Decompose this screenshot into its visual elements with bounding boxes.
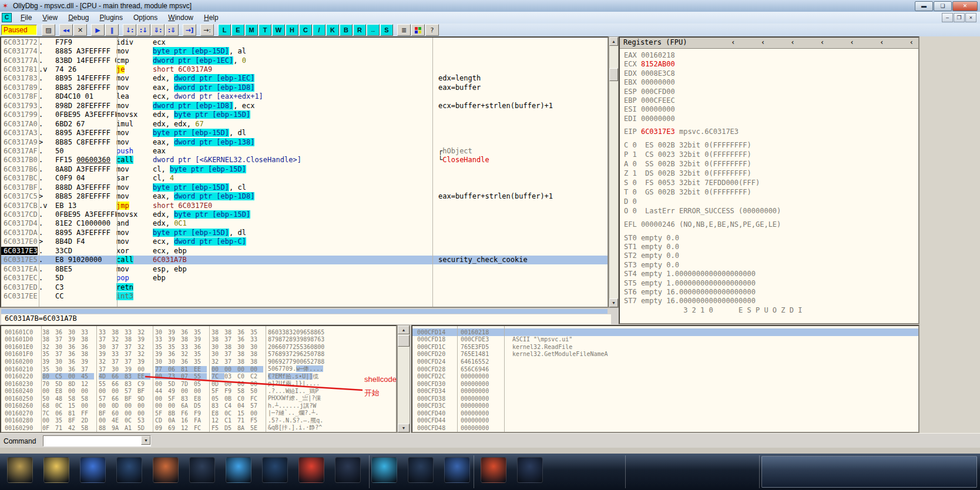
stack-pane[interactable]: 000CFD1400160218000CFD18000CFDE3ASCII "\… xyxy=(411,325,919,433)
dump-row[interactable]: 001601E032303636303737323535333630383030… xyxy=(1,343,396,351)
disasm-row[interactable]: 6C0317E3.33CDxorecx, ebp xyxy=(1,246,608,255)
disasm-row[interactable]: 6C0317EECCint3 xyxy=(1,291,608,300)
dump-row[interactable]: 0016028000358F2D004E0C53CD0A16FA12C171F5… xyxy=(1,417,396,425)
flag-row[interactable]: Z 1 DS 002B 32bit 0(FFFFFFFF) xyxy=(620,169,918,179)
register-row[interactable]: ECX 8152AB00 xyxy=(620,60,918,69)
toolbar-letter-button-H[interactable]: H xyxy=(286,24,298,36)
taskbar-icon[interactable] xyxy=(371,457,397,483)
stack-row[interactable]: 000CFD3C00000000 xyxy=(412,402,918,410)
run-icon[interactable]: ▶ xyxy=(91,24,105,36)
execute-till-return-icon[interactable]: →] xyxy=(183,24,196,36)
register-row[interactable]: EDI 00000000 xyxy=(620,115,918,123)
eflags-row[interactable]: EFL 00000246 (NO,NB,E,BE,NS,PE,GE,LE) xyxy=(620,220,918,229)
register-row[interactable]: EAX 00160218 xyxy=(620,51,918,60)
disasm-row[interactable]: 6C0317A9>8B85 C8FEFFFFmoveax, dword ptr … xyxy=(1,137,608,146)
register-row-eip[interactable]: EIP 6C0317E3 mpsvc.6C0317E3 xyxy=(620,127,918,136)
disasm-row[interactable]: 6C031774.8885 A3FEFFFFmovbyte ptr [ebp-1… xyxy=(1,46,608,55)
disasm-row[interactable]: 6C03178F.8D4C10 01leaecx, dword ptr [eax… xyxy=(1,92,608,101)
dump-row[interactable]: 00160250504858585766BF9D005F83E8050BC0FC… xyxy=(1,395,396,402)
toolbar-letter-button-dotdotdot[interactable]: ... xyxy=(367,24,380,36)
mdi-close-button[interactable]: × xyxy=(965,13,976,22)
dump-row[interactable]: 0016020039303639323737393030363532373838… xyxy=(1,358,396,365)
disasm-row[interactable]: 6C0317EA.8BE5movesp, ebp xyxy=(1,264,608,273)
register-row[interactable]: EBP 000CFEEC xyxy=(620,96,918,105)
toolbar-letter-button-W[interactable]: W xyxy=(272,24,285,36)
taskbar-icon[interactable] xyxy=(517,457,543,483)
disasm-row[interactable]: 6C031781.v74 26jeshort 6C0317A9 xyxy=(1,65,608,73)
disasm-row[interactable]: 6C0317ED.C3retn xyxy=(1,283,608,291)
disasm-scrollbar[interactable]: ▲ ▼ xyxy=(609,36,619,308)
toolbar-letter-button-T[interactable]: T xyxy=(259,24,271,36)
taskbar-icon[interactable] xyxy=(444,457,470,483)
fpu-register-row[interactable]: ST2 empty 0.0 xyxy=(620,251,918,260)
go-to-icon[interactable]: →: xyxy=(200,24,214,36)
stack-row[interactable]: 000CFD18000CFDE3ASCII "\mpsvc.ui" xyxy=(412,336,918,344)
stack-row[interactable]: 000CFD1400160218 xyxy=(412,328,918,336)
disasm-row[interactable]: 6C0317E0>8B4D F4movecx, dword ptr [ebp-C… xyxy=(1,237,608,246)
cpu-window-icon[interactable]: C xyxy=(2,13,12,22)
disasm-row[interactable]: 6C0317DA.8895 A3FEFFFFmovbyte ptr [ebp-1… xyxy=(1,228,608,237)
dump-row[interactable]: 001602707C0681FFBF6000005F8BF6F9E80C1500… xyxy=(1,410,396,417)
stack-row[interactable]: 000CFD1C765E3FD5kernel32.ReadFile xyxy=(412,343,918,351)
maximize-button[interactable]: ❏ xyxy=(934,1,952,11)
close-button[interactable]: ✕ xyxy=(952,1,978,11)
stack-row[interactable]: 000CFD4400000000 xyxy=(412,417,918,425)
restart-icon[interactable]: ◂◂ xyxy=(59,24,73,36)
disasm-row[interactable]: 6C0317BF.888D A3FEFFFFmovbyte ptr [ebp-1… xyxy=(1,183,608,192)
disasm-row[interactable]: 6C0317C5>8B85 28FEFFFFmoveax, dword ptr … xyxy=(1,192,608,200)
toolbar-letter-button-K[interactable]: K xyxy=(326,24,339,36)
flag-row[interactable]: O 0 LastErr ERROR_SUCCESS (00000000) xyxy=(620,207,918,216)
toolbar-letter-button-B[interactable]: B xyxy=(340,24,353,36)
flag-row[interactable]: T 0 GS 002B 32bit 0(FFFFFFFF) xyxy=(620,188,918,197)
register-row[interactable]: ESI 00000000 xyxy=(620,105,918,114)
dump-row[interactable]: 00160230705D8D12556683C9005D7D050D000000… xyxy=(1,380,396,388)
menu-item-file[interactable]: File xyxy=(15,12,37,23)
scroll-up-icon[interactable]: ▲ xyxy=(398,325,410,334)
dump-row[interactable]: 001601F035373638393337323936323530373838… xyxy=(1,351,396,358)
disasm-row[interactable]: 6C031789.8B85 28FEFFFFmoveax, dword ptr … xyxy=(1,83,608,92)
menu-item-options[interactable]: Options xyxy=(128,12,163,23)
fpu-register-row[interactable]: ST3 empty 0.0 xyxy=(620,261,918,270)
flag-row[interactable]: S 0 FS 0053 32bit 7EFDD000(FFF) xyxy=(620,179,918,188)
disasm-row[interactable]: 6C0317A0.6BD2 67imuledx, edx, 67 xyxy=(1,119,608,128)
mdi-restore-button[interactable]: ❐ xyxy=(954,13,965,22)
menu-item-debug[interactable]: Debug xyxy=(63,12,94,23)
help-icon[interactable]: ? xyxy=(425,24,439,36)
flag-row[interactable]: C 0 ES 002B 32bit 0(FFFFFFFF) xyxy=(620,141,918,150)
disasm-row[interactable]: 6C0317D4.81E2 C1000000andedx, 0C1 xyxy=(1,219,608,228)
toolbar-letter-button-L[interactable]: L xyxy=(218,24,231,36)
chevron-down-icon[interactable]: ▼ xyxy=(141,436,150,445)
disasm-row[interactable]: 6C0317A3.8895 A3FEFFFFmovbyte ptr [ebp-1… xyxy=(1,128,608,137)
dump-row[interactable]: 001601D038373938373238393339383938373633… xyxy=(1,336,396,344)
disasm-row[interactable]: 6C0317CB.vEB 13jmpshort 6C0317E0 xyxy=(1,201,608,210)
fpu-register-row[interactable]: ST5 empty 1.0000000000000000000 xyxy=(620,279,918,288)
disasm-row[interactable]: 6C0317BC.C0F9 04sarcl, 4 xyxy=(1,174,608,183)
step-over-icon[interactable]: :↓ xyxy=(137,24,150,36)
scroll-up-icon[interactable]: ▲ xyxy=(609,37,618,46)
stack-row[interactable]: 000CFD3000000000 xyxy=(412,380,918,388)
register-row[interactable]: ESP 000CFD00 xyxy=(620,88,918,96)
toolbar-letter-button-S[interactable]: S xyxy=(380,24,393,36)
toolbar-letter-button-M[interactable]: M xyxy=(245,24,258,36)
menu-item-window[interactable]: Window xyxy=(163,12,199,23)
fpu-register-row[interactable]: ST0 empty 0.0 xyxy=(620,234,918,243)
menu-item-view[interactable]: View xyxy=(37,12,63,23)
disasm-row[interactable]: 6C0317EC.5Dpopebp xyxy=(1,273,608,282)
stack-row[interactable]: 000CFD20765E1481kernel32.GetModuleFileNa… xyxy=(412,351,918,358)
dump-row[interactable]: 0016022080C500454D6683EE007307557C03C0C2… xyxy=(1,372,396,380)
command-input[interactable] xyxy=(44,437,140,445)
stack-row[interactable]: 000CFD2464616552 xyxy=(412,358,918,365)
fpu-register-row[interactable]: ST7 empty 16.000000000000000000 xyxy=(620,297,918,306)
options-list-icon[interactable]: ≣ xyxy=(397,24,411,36)
dump-row[interactable]: 00160260680C1500000D000000006AD583C40457… xyxy=(1,402,396,410)
registers-pane[interactable]: Registers (FPU) ‹ ‹ ‹ ‹ ‹ ‹ ‹ EAX 001602… xyxy=(619,36,919,324)
dump-row[interactable]: 001601C038363033333833323039363538383635… xyxy=(1,328,396,336)
stack-row[interactable]: 000CFD4800000000 xyxy=(412,424,918,432)
register-row[interactable]: EBX 00000000 xyxy=(620,78,918,87)
command-combobox[interactable]: ▼ xyxy=(43,435,151,447)
taskbar-icon[interactable] xyxy=(481,457,506,483)
disasm-row[interactable]: 6C0317AF.50pusheax┌hObject xyxy=(1,146,608,155)
flag-row[interactable]: A 0 SS 002B 32bit 0(FFFFFFFF) xyxy=(620,160,918,169)
hex-dump-pane[interactable]: 001601C038363033333833323039363538383635… xyxy=(0,325,397,433)
taskbar-icon[interactable] xyxy=(116,457,142,483)
